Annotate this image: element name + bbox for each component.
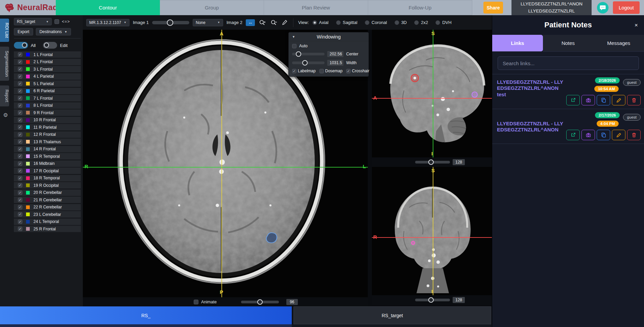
- roi-visibility-checkbox[interactable]: [18, 154, 22, 158]
- auto-window-checkbox[interactable]: [292, 44, 296, 48]
- export-button[interactable]: Export: [14, 28, 33, 35]
- series-dropdown[interactable]: MR.1.3.12.2.1107.5.2... ▼: [86, 19, 129, 26]
- slider-thumb[interactable]: [302, 60, 308, 66]
- roi-list-item[interactable]: 2 L Frontal: [14, 59, 81, 65]
- notes-tab[interactable]: Links: [492, 35, 543, 52]
- roi-visibility-checkbox[interactable]: [18, 183, 22, 187]
- roi-contour-sagittal-red[interactable]: [410, 73, 420, 83]
- roi-list-item[interactable]: 5 L Parietal: [14, 80, 81, 87]
- sagittal-slice-slider[interactable]: [415, 161, 450, 164]
- roi-visibility-checkbox[interactable]: [18, 227, 22, 231]
- window-width-value[interactable]: 1031.5: [327, 60, 343, 66]
- coronal-slice-slider[interactable]: [415, 299, 450, 301]
- roi-list-item[interactable]: 7 L Frontal: [14, 95, 81, 101]
- roi-visibility-checkbox[interactable]: [18, 169, 22, 173]
- view-mode-option[interactable]: Sagittal: [336, 20, 357, 25]
- coronal-slice-value[interactable]: 128: [453, 297, 465, 303]
- coronal-crosshair-horizontal[interactable]: [372, 237, 492, 238]
- notes-tab[interactable]: Notes: [543, 35, 594, 52]
- draw-pencil-button[interactable]: [281, 19, 288, 26]
- view-mode-option[interactable]: 3D: [395, 20, 407, 25]
- structure-set-button-active[interactable]: RS_: [0, 306, 292, 324]
- roi-visibility-checkbox[interactable]: [18, 147, 22, 151]
- side-tab[interactable]: Segmentation: [0, 47, 9, 81]
- edit-toggle[interactable]: [43, 42, 57, 49]
- slider-thumb[interactable]: [167, 19, 173, 26]
- roi-visibility-checkbox[interactable]: [18, 176, 22, 180]
- nav-tab[interactable]: Follow-Up: [368, 0, 472, 15]
- roi-list-item[interactable]: 17 R Occipital: [14, 168, 81, 174]
- structure-set-dropdown[interactable]: RS_target ▼: [14, 18, 52, 25]
- roi-list-item[interactable]: 15 R Temporal: [14, 153, 81, 159]
- view-mode-option[interactable]: Coronal: [365, 20, 387, 25]
- roi-list-item[interactable]: 11 R Parietal: [14, 124, 81, 130]
- roi-list-item[interactable]: 10 R Frontal: [14, 117, 81, 123]
- roi-visibility-checkbox[interactable]: [18, 118, 22, 122]
- roi-visibility-checkbox[interactable]: [18, 205, 22, 209]
- structure-set-button[interactable]: RS_target: [293, 306, 491, 324]
- roi-list-item[interactable]: 8 L Frontal: [14, 102, 81, 109]
- delete-link-button[interactable]: [627, 130, 641, 140]
- share-button[interactable]: Share: [483, 2, 503, 14]
- coronal-crosshair-vertical[interactable]: [433, 167, 433, 295]
- roi-list-item[interactable]: 20 R Cerebellar: [14, 190, 81, 196]
- roi-visibility-checkbox[interactable]: [18, 132, 22, 137]
- axial-crosshair-vertical[interactable]: [221, 30, 222, 297]
- edit-link-button[interactable]: [612, 130, 625, 140]
- view-mode-option[interactable]: 2x2: [414, 20, 428, 25]
- window-width-slider[interactable]: [292, 61, 325, 64]
- swap-images-button[interactable]: ↔: [246, 19, 255, 26]
- search-links-input[interactable]: [498, 56, 639, 70]
- roi-list-item[interactable]: 24 L Temporal: [14, 219, 81, 225]
- radio-button[interactable]: [336, 20, 341, 25]
- window-center-slider[interactable]: [292, 53, 325, 55]
- roi-visibility-checkbox[interactable]: [18, 140, 22, 144]
- window-center-value[interactable]: 202.56: [327, 51, 343, 57]
- view-mode-option[interactable]: DVH: [435, 20, 451, 25]
- roi-visibility-checkbox[interactable]: [18, 67, 22, 71]
- overlay-checkbox[interactable]: [346, 69, 351, 73]
- roi-contour-axial[interactable]: [264, 231, 279, 245]
- open-link-button[interactable]: [566, 95, 580, 105]
- notes-tab[interactable]: Messages: [593, 35, 644, 52]
- slider-thumb[interactable]: [257, 299, 263, 305]
- fusion-dropdown[interactable]: None ▼: [193, 19, 223, 26]
- all-toggle[interactable]: [14, 42, 28, 49]
- roi-visibility-checkbox[interactable]: [18, 60, 22, 64]
- slider-thumb[interactable]: [428, 297, 434, 303]
- link-title[interactable]: LLYEDSEGZZTNZLRL - LLYEDSEGZZTNZLRL^ANON: [497, 121, 565, 133]
- roi-visibility-checkbox[interactable]: [18, 96, 22, 100]
- roi-list-item[interactable]: 16 Midbrain: [14, 160, 81, 167]
- roi-list-item[interactable]: 6 R Parietal: [14, 88, 81, 94]
- roi-visibility-checkbox[interactable]: [18, 191, 22, 195]
- overlay-checkbox[interactable]: [319, 69, 324, 73]
- side-tab[interactable]: Report: [0, 85, 9, 106]
- roi-list-item[interactable]: 23 L Cerebellar: [14, 211, 81, 218]
- slider-thumb[interactable]: [428, 159, 434, 165]
- radio-button[interactable]: [395, 20, 399, 25]
- nav-tab[interactable]: Contour: [56, 0, 160, 15]
- side-tab[interactable]: ROI List: [0, 19, 9, 42]
- roi-list-item[interactable]: 3 L Frontal: [14, 66, 81, 72]
- copy-link-button[interactable]: [597, 95, 610, 105]
- view-mode-option[interactable]: Axial: [312, 20, 329, 25]
- roi-visibility-checkbox[interactable]: [18, 81, 22, 86]
- coronal-viewport[interactable]: S I R: [372, 167, 492, 295]
- radio-button[interactable]: [365, 20, 369, 25]
- nav-tab[interactable]: Group: [160, 0, 264, 15]
- radio-button[interactable]: [435, 20, 440, 25]
- overlay-option[interactable]: Crosshair: [346, 69, 369, 73]
- nav-tab[interactable]: Plan Review: [264, 0, 368, 15]
- link-title[interactable]: LLYEDSEGZZTNZLRL - LLYEDSEGZZTNZLRL^ANON: [497, 79, 565, 92]
- radio-button[interactable]: [414, 20, 419, 25]
- roi-contour-sagittal-purple[interactable]: [471, 91, 478, 98]
- axial-slice-value[interactable]: 96: [286, 299, 298, 305]
- slider-thumb[interactable]: [296, 51, 301, 57]
- logout-button[interactable]: Logout: [613, 1, 640, 14]
- roi-visibility-checkbox[interactable]: [18, 110, 22, 115]
- axial-slice-slider[interactable]: [241, 301, 279, 303]
- zoom-in-button[interactable]: [258, 19, 266, 26]
- compare-checkbox[interactable]: [54, 19, 59, 24]
- destinations-dropdown[interactable]: Destinations ▼: [36, 28, 71, 35]
- zoom-out-button[interactable]: [270, 19, 278, 26]
